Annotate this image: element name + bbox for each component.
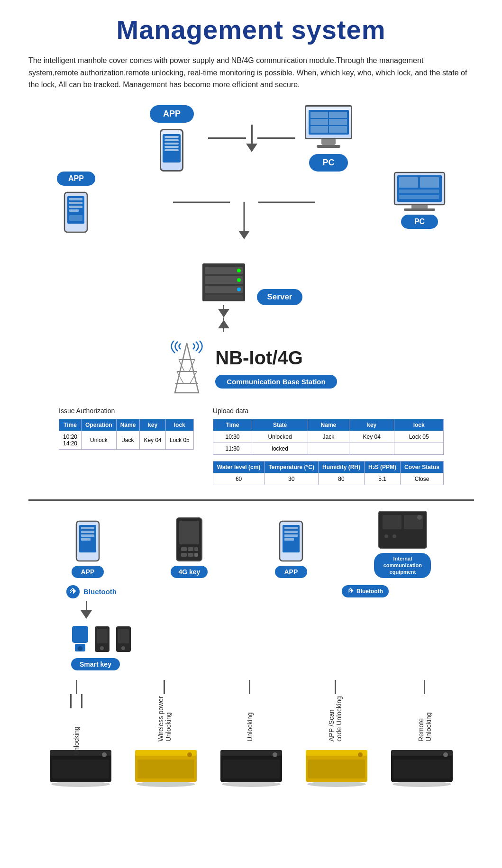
server-rack-svg [200,261,247,304]
svg-rect-90 [393,760,450,778]
monitor-svg [393,172,446,212]
bottom-app-label-left: APP [72,566,104,578]
svg-rect-10 [420,177,439,188]
phone-icon-top [160,129,183,172]
svg-point-65 [121,646,125,650]
sensor-water: 60 [213,473,265,485]
cover-4 [303,746,370,788]
pc-device: PC [305,105,352,172]
svg-point-84 [358,752,363,757]
upload-table-1: Time State Name key lock 10:30 Unlocked … [213,419,444,455]
bottom-app-left: APP [72,520,104,578]
issue-time: 10:2014:20 [59,431,82,449]
svg-point-74 [187,752,192,757]
svg-point-89 [443,752,448,757]
nb-iot-title: NB-Iot/4G [215,347,337,369]
cover-plates-row [28,746,474,788]
upload-key-2 [349,443,394,454]
upload-col-time: Time [213,419,252,431]
server-section [200,261,247,334]
key-reader-2 [115,625,132,653]
pc-right: PC [393,172,446,229]
svg-point-19 [237,278,241,282]
bottom-app-label-right: APP [275,566,308,578]
app-label-left: APP [57,172,95,186]
svg-rect-14 [404,208,435,211]
upload-col-key: key [349,419,394,431]
upload-table-2: Water level (cm) Temperature (°C) Humidi… [213,461,444,485]
upload-col-name: Name [308,419,349,431]
upload-lock-2 [394,443,444,454]
issue-key: Key 04 [140,431,165,449]
svg-point-69 [102,752,107,757]
page-title: Management system [28,14,474,45]
upload-col-lock: lock [394,419,444,431]
upload-col-temp: Temperature (°C) [265,461,319,473]
internal-comm-svg [378,510,428,549]
page-container: Management system The intelligent manhol… [0,0,502,802]
phone-svg-bottom-right [279,520,303,562]
svg-marker-23 [175,343,199,393]
tower-svg [165,341,208,395]
intro-text: The intelligent manhole cover comes with… [28,54,474,91]
svg-rect-42 [181,553,187,557]
svg-point-56 [392,534,396,538]
svg-rect-40 [188,547,193,551]
svg-rect-22 [205,295,243,300]
cover-plate-4-svg [303,746,370,788]
svg-point-21 [237,288,241,291]
pc-label-right: PC [401,215,438,229]
bluetooth-right-section: Bluetooth [342,585,389,597]
svg-rect-41 [194,547,198,551]
table-row: 10:30 Unlocked Jack Key 04 Lock 05 [213,431,443,443]
upload-col-waterlevel: Water level (cm) [213,461,265,473]
vertical-label-unlocking-4g: Unlocking [246,680,254,741]
svg-point-54 [417,515,422,520]
svg-rect-34 [81,531,94,533]
svg-rect-43 [188,553,193,557]
key4g-label: 4G key [171,566,208,578]
svg-rect-36 [81,538,91,541]
vl-remote: Remote Unlocking [417,694,432,741]
bottom-4g-key: 4G key [171,517,208,578]
issue-col-time: Time [59,419,82,431]
vertical-label-wireless: Wireless power Unlocking [157,680,172,741]
upload-key-1: Key 04 [349,431,394,443]
upload-time-1: 10:30 [213,431,252,443]
cover-3 [218,746,284,788]
key-fob-blue [71,625,89,653]
issue-auth-title: Issue Authorization [59,407,194,415]
svg-rect-11 [399,190,439,193]
smart-key-label: Smart key [71,658,120,670]
svg-rect-4 [69,206,82,208]
table-row: 60 30 80 5.1 Close [213,473,443,485]
server-pill: Server [257,289,303,305]
svg-rect-6 [69,215,82,221]
upload-data-title: Upload data [213,407,444,415]
svg-rect-12 [399,195,439,199]
upload-col-state: State [252,419,308,431]
svg-rect-50 [284,538,294,541]
bt-right-label: Bluetooth [356,588,383,595]
issue-operation: Unlock [82,431,117,449]
upload-data-table-group: Upload data Time State Name key lock [213,407,444,485]
sensor-cover: Close [400,473,443,485]
sensor-temp: 30 [265,473,319,485]
svg-rect-57 [72,626,88,643]
key4g-svg [175,517,203,562]
cover-2 [133,746,199,788]
internal-comm-label: Internal communication equipment [374,553,431,578]
upload-name-1: Jack [308,431,349,443]
cover-5 [389,746,455,788]
issue-col-operation: Operation [82,419,117,431]
svg-rect-80 [223,760,280,778]
svg-rect-52 [383,515,402,529]
vl-wireless: Wireless power Unlocking [157,694,172,741]
svg-rect-85 [308,760,365,778]
svg-rect-5 [69,209,79,212]
key-reader-1 [94,625,110,653]
table-row: 10:2014:20 Unlock Jack Key 04 Lock 05 [59,431,194,449]
bluetooth-label: Bluetooth [83,588,117,596]
upload-col-h2s: H₂S (PPM) [364,461,400,473]
svg-point-55 [384,534,388,538]
